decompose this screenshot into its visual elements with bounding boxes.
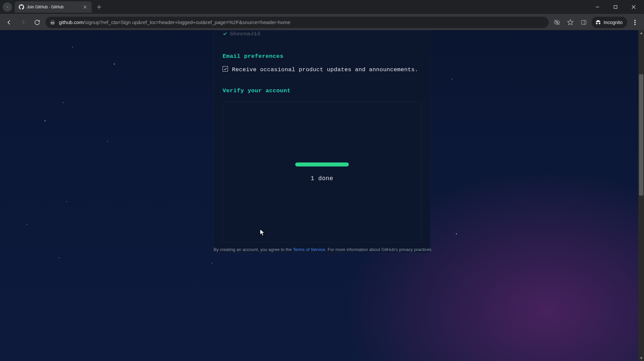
- window-controls: [590, 2, 641, 12]
- toolbar-right: Incognito: [551, 17, 641, 28]
- svg-rect-2: [50, 23, 55, 23]
- email-preferences-row: Receive occasional product updates and a…: [223, 66, 421, 74]
- scrollbar-track[interactable]: [638, 36, 644, 355]
- tab-close-button[interactable]: [82, 4, 88, 10]
- svg-point-5: [634, 20, 636, 21]
- captcha-progress-text: 1 done: [311, 175, 333, 182]
- tracking-blocked-icon[interactable]: [551, 17, 563, 28]
- side-panel-button[interactable]: [578, 17, 589, 28]
- svg-rect-4: [581, 20, 586, 24]
- star: [114, 64, 115, 65]
- svg-point-7: [634, 24, 636, 25]
- incognito-label: Incognito: [603, 20, 623, 25]
- titlebar: Join GitHub · GitHub: [0, 0, 644, 14]
- address-bar[interactable]: github.com/signup?ref_cta=Sign up&ref_lo…: [46, 17, 549, 28]
- incognito-indicator[interactable]: Incognito: [591, 17, 627, 28]
- back-button[interactable]: [3, 17, 15, 28]
- site-info-icon[interactable]: [50, 19, 56, 25]
- scroll-down-button[interactable]: [638, 355, 644, 361]
- minimize-button[interactable]: [590, 2, 605, 12]
- maximize-button[interactable]: [608, 2, 623, 12]
- bookmark-button[interactable]: [565, 17, 576, 28]
- signup-card: SheenaJ13 Email preferences Receive occa…: [214, 30, 430, 253]
- username-completed-row: SheenaJ13: [223, 30, 421, 37]
- signup-card-wrap: SheenaJ13 Email preferences Receive occa…: [214, 30, 430, 253]
- forward-button[interactable]: [17, 17, 29, 28]
- reload-button[interactable]: [31, 17, 43, 28]
- email-updates-checkbox[interactable]: [223, 66, 228, 72]
- star: [66, 201, 67, 202]
- new-tab-button[interactable]: [94, 2, 104, 12]
- email-updates-label: Receive occasional product updates and a…: [232, 66, 418, 74]
- viewport: SheenaJ13 Email preferences Receive occa…: [0, 30, 644, 361]
- chrome-menu-button[interactable]: [629, 17, 641, 28]
- star: [107, 141, 108, 142]
- vertical-scrollbar[interactable]: [638, 30, 644, 361]
- scroll-up-button[interactable]: [638, 30, 644, 36]
- star: [452, 79, 453, 80]
- terms-of-service-link[interactable]: Terms of Service: [293, 247, 325, 252]
- toolbar: github.com/signup?ref_cta=Sign up&ref_lo…: [0, 14, 644, 30]
- check-icon: [223, 31, 227, 36]
- captcha-progress-bar: [295, 162, 349, 166]
- verify-captcha-box[interactable]: 1 done: [223, 102, 421, 242]
- tab-search-button[interactable]: [3, 2, 12, 12]
- url-text: github.com/signup?ref_cta=Sign up&ref_lo…: [59, 19, 290, 25]
- email-preferences-heading: Email preferences: [223, 53, 421, 59]
- close-window-button[interactable]: [626, 2, 641, 12]
- terms-footer: By creating an account, you agree to the…: [214, 247, 430, 252]
- checkmark-icon: [224, 67, 227, 71]
- star: [45, 120, 46, 121]
- star: [59, 257, 60, 258]
- browser-tab[interactable]: Join GitHub · GitHub: [15, 1, 92, 13]
- star: [212, 263, 212, 263]
- entered-username: SheenaJ13: [230, 30, 260, 37]
- svg-rect-0: [614, 6, 617, 9]
- star: [456, 233, 457, 234]
- scrollbar-thumb[interactable]: [639, 74, 643, 196]
- star: [72, 47, 73, 47]
- verify-account-heading: Verify your account: [223, 88, 421, 94]
- star: [63, 102, 64, 103]
- tab-title: Join GitHub · GitHub: [27, 5, 80, 9]
- chrome-window: Join GitHub · GitHub: [0, 0, 644, 361]
- svg-rect-1: [50, 22, 55, 22]
- github-favicon-icon: [19, 4, 24, 10]
- star: [27, 224, 27, 225]
- svg-point-6: [634, 22, 636, 23]
